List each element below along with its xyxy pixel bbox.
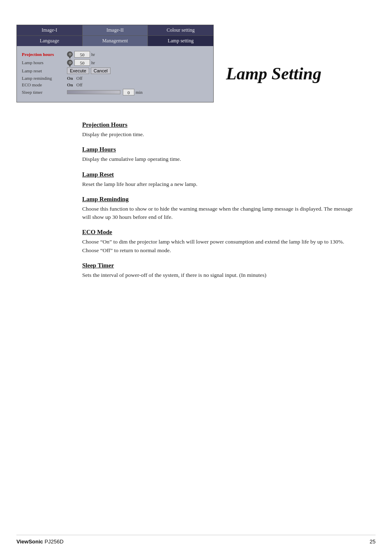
brand-name: ViewSonic bbox=[16, 538, 43, 545]
tab-lamp-setting[interactable]: Lamp setting bbox=[148, 36, 213, 46]
body-eco-mode: Choose “On” to dim the projector lamp wh… bbox=[82, 238, 362, 255]
osd-label-lamp-reset: Lamp reset bbox=[22, 68, 67, 73]
tab-management[interactable]: Management bbox=[83, 36, 148, 46]
osd-row-lamp-hours: Lamp hours ☉ 50 hr bbox=[22, 59, 208, 66]
body-lamp-reset: Reset the lamp life hour after replacing… bbox=[82, 180, 362, 188]
tab-language[interactable]: Language bbox=[17, 36, 83, 46]
projection-hours-unit: hr bbox=[91, 52, 95, 57]
osd-label-lamp-hours: Lamp hours bbox=[22, 60, 67, 65]
osd-panel: Image-I Image-II Colour setting Language… bbox=[16, 25, 214, 102]
projection-hours-field[interactable]: 50 bbox=[74, 51, 90, 58]
eco-mode-on[interactable]: On bbox=[67, 82, 73, 87]
osd-input-projection-hours: ☉ 50 hr bbox=[67, 51, 95, 58]
body-lamp-reminding: Choose this function to show or to hide … bbox=[82, 205, 362, 222]
body-lamp-hours: Display the cumulative lamp operating ti… bbox=[82, 155, 362, 163]
tab-image-i[interactable]: Image-I bbox=[17, 25, 83, 35]
osd-tabs-row2: Language Management Lamp setting bbox=[17, 35, 213, 46]
model-number: PJ256D bbox=[44, 538, 63, 545]
heading-lamp-hours: Lamp Hours bbox=[82, 146, 362, 153]
body-projection-hours: Display the projection time. bbox=[82, 130, 362, 139]
heading-projection-hours: Projection Hours bbox=[82, 121, 362, 128]
tab-image-ii[interactable]: Image-II bbox=[83, 25, 148, 35]
osd-input-lamp-hours: ☉ 50 hr bbox=[67, 59, 95, 66]
osd-label-eco-mode: ECO mode bbox=[22, 82, 67, 87]
cancel-button[interactable]: Cancel bbox=[91, 67, 111, 74]
heading-lamp-reminding: Lamp Reminding bbox=[82, 196, 362, 203]
lamp-setting-title: Lamp Setting bbox=[226, 64, 321, 84]
osd-row-lamp-reminding: Lamp reminding On Off bbox=[22, 76, 208, 81]
heading-sleep-timer: Sleep Timer bbox=[82, 262, 362, 269]
osd-label-sleep-timer: Sleep timer bbox=[22, 90, 67, 95]
osd-row-projection-hours: Projection hours ☉ 50 hr bbox=[22, 51, 208, 58]
osd-label-projection-hours: Projection hours bbox=[22, 52, 67, 57]
sleep-timer-unit: min bbox=[136, 90, 143, 95]
projection-hours-icon: ☉ bbox=[67, 51, 73, 57]
osd-content: Projection hours ☉ 50 hr Lamp hours ☉ 50… bbox=[17, 46, 213, 102]
osd-tabs-row1: Image-I Image-II Colour setting bbox=[17, 25, 213, 35]
osd-row-sleep-timer: Sleep timer 0 min bbox=[22, 89, 208, 95]
body-sleep-timer: Sets the interval of power-off of the sy… bbox=[82, 271, 362, 279]
lamp-hours-field[interactable]: 50 bbox=[74, 59, 90, 66]
sleep-timer-slider[interactable] bbox=[67, 90, 120, 94]
osd-row-lamp-reset: Lamp reset Execute Cancel bbox=[22, 67, 208, 74]
main-content: Projection Hours Display the projection … bbox=[82, 121, 362, 279]
eco-mode-off[interactable]: Off bbox=[76, 82, 83, 87]
osd-row-eco-mode: ECO mode On Off bbox=[22, 82, 208, 87]
sleep-timer-field[interactable]: 0 bbox=[123, 89, 134, 95]
lamp-hours-unit: hr bbox=[91, 60, 95, 65]
lamp-reminding-on[interactable]: On bbox=[67, 76, 73, 81]
footer: ViewSonic PJ256D 25 bbox=[16, 535, 376, 545]
footer-brand: ViewSonic PJ256D bbox=[16, 538, 64, 545]
heading-lamp-reset: Lamp Reset bbox=[82, 171, 362, 178]
tab-colour-setting[interactable]: Colour setting bbox=[148, 25, 213, 35]
osd-label-lamp-reminding: Lamp reminding bbox=[22, 76, 67, 81]
lamp-hours-icon: ☉ bbox=[67, 60, 73, 65]
footer-page-number: 25 bbox=[370, 538, 376, 545]
lamp-reminding-off[interactable]: Off bbox=[76, 76, 83, 81]
heading-eco-mode: ECO Mode bbox=[82, 229, 362, 236]
execute-button[interactable]: Execute bbox=[67, 67, 89, 74]
